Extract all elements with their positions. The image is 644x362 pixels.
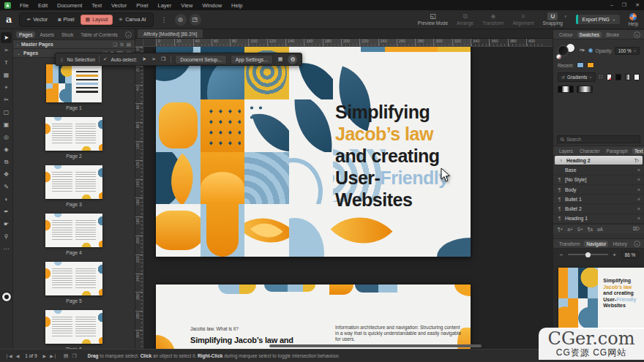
update-paragraph-style-icon[interactable]: ¶a [588,227,593,232]
fill-stroke-color-selector[interactable] [2,293,11,301]
page-thumbnail[interactable]: Page 5 [45,262,102,303]
panel-tab[interactable]: Table of Contents [78,31,121,38]
menu-item[interactable]: Vector [111,2,127,9]
persona-canva-ai[interactable]: ✳ Canva AI [114,15,150,24]
new-character-style-icon[interactable]: a+ [567,227,572,232]
panel-tab[interactable]: Paragraph [604,148,630,154]
snapping-button[interactable]: ∪ Snapping [542,12,562,26]
panel-tab[interactable]: Navigator [584,241,608,247]
page-1-cover[interactable]: Simplifying Jacob’s law and creating Use… [156,47,471,257]
gradient-swatch[interactable] [625,74,631,80]
checkmark-icon[interactable]: ✓ [103,56,107,62]
persona-layout[interactable]: ▦ Layout [80,15,113,25]
navigator-preview[interactable]: Simplifying Jacob’s law and creating Use… [558,268,644,329]
menu-item[interactable]: Layer [158,2,172,9]
text-style-row[interactable]: ¶ Bullet 2 ≡ [553,204,644,214]
picture-frame-rectangle-tool[interactable]: ▣ [1,119,12,130]
expand-arrow-icon[interactable]: › [17,42,18,47]
export-caret-icon[interactable]: ∨ [613,18,615,22]
grid-view-icon[interactable]: ∷ [599,74,603,80]
fill-stroke-wells[interactable] [558,43,577,58]
collapse-arrow-icon[interactable]: ⌄ [17,50,20,56]
panel-tab[interactable]: Swatches [577,31,602,38]
rectangle-tool[interactable]: ▢ [1,107,12,118]
page-thumbnail[interactable]: Page 3 [45,165,102,207]
recent-swatch-blue[interactable] [577,62,584,68]
document-viewport[interactable]: Simplifying Jacob’s law and creating Use… [143,47,553,349]
frame-corners-icon[interactable]: ◳ [190,14,201,26]
zoom-in-button[interactable]: + [612,252,618,258]
recent-swatch-orange[interactable] [587,62,594,68]
page-thumb-preview[interactable] [45,262,102,295]
page-thumb-preview[interactable] [45,310,102,344]
panel-tab[interactable]: Character [577,148,602,154]
minimize-button[interactable]: – [610,2,613,8]
zoom-out-button[interactable]: − [558,252,564,258]
page2-body-text[interactable]: Information architecture and navigation:… [335,325,461,342]
page-thumb-preview[interactable] [45,165,102,199]
zoom-value[interactable]: 86 % [621,251,639,259]
panel-tab[interactable]: History [610,241,629,247]
page-thumbnail[interactable]: Page 1 [46,64,102,110]
panel-menu-icon[interactable]: ▤ [127,42,131,48]
text-style-row[interactable]: ¶ [No Style] ≡ [553,176,644,185]
panel-tab[interactable]: Transform [557,241,582,247]
panel-chevron-icon[interactable]: ⌄ [634,31,640,38]
text-style-row[interactable]: ¶ Bullet 1 ≡ [553,195,644,204]
persona-pixel[interactable]: ◙ Pixel [53,15,78,23]
style-menu-icon[interactable]: ≡ [637,216,640,221]
add-master-icon[interactable]: ❏ [113,42,117,48]
gear-icon[interactable]: ⚙ [288,55,297,64]
document-tab[interactable]: Affinity [Modified] [86.3%] [138,29,203,38]
page-thumbnail[interactable]: Page 2 [45,117,102,159]
alignment-button[interactable]: ≡ Alignment [513,12,534,26]
panel-tab[interactable]: Assets [37,31,57,38]
page2-heading-text[interactable]: Simplifying Jacob’s law and [190,336,293,344]
page2-kicker-text[interactable]: Jacobs law. What is it? [190,326,239,331]
picture-frame-ellipse-tool[interactable]: ◈ [1,144,12,155]
text-style-row[interactable]: › Heading 2 T› [555,156,643,165]
zoom-slider[interactable] [568,254,608,255]
snapping-caret-icon[interactable]: ∨ [564,14,567,18]
help-button[interactable]: ? Help [629,13,638,26]
rings-icon[interactable]: ◎ [175,14,187,26]
frame-text-tool[interactable]: T [1,57,12,68]
preview-mode-button[interactable]: ◱ Preview Mode [418,12,448,26]
page-2[interactable]: Jacobs law. What is it? Simplifying Jaco… [156,284,471,349]
vector-crop-tool[interactable]: ✂ [1,94,12,105]
gradient-preset-1[interactable] [558,86,574,93]
fill-tool[interactable]: ◖ [1,194,12,205]
page-thumb-preview[interactable] [45,117,102,151]
master-pages-section-header[interactable]: › Master Pages ❏⧉▤ [13,40,135,49]
text-style-row[interactable]: ¶ Heading 1 ≡ [553,214,644,224]
document-setup-button[interactable]: Document Setup... [175,55,226,64]
place-image-tool[interactable]: ⧉ [1,157,12,167]
panel-tab[interactable]: Layers [557,148,575,154]
style-menu-icon[interactable]: ≡ [637,206,640,211]
panel-chevron-icon[interactable]: ⌄ [634,241,640,247]
panel-tab[interactable]: Colour [557,31,575,38]
horizontal-scrollbar[interactable] [269,344,482,347]
arrange-button[interactable]: ⧉ Arrange [457,12,473,26]
black-swatch[interactable] [615,74,621,80]
page-thumbnail[interactable]: Page 4 [45,214,102,255]
next-page-button[interactable]: ▶ [43,353,47,358]
page-thumb-preview[interactable] [46,64,102,102]
new-paragraph-style-icon[interactable]: ¶+ [558,227,563,232]
first-page-button[interactable]: ❘◀ [5,353,12,358]
style-menu-icon[interactable]: ≡ [637,177,640,182]
delete-style-icon[interactable]: ⌦ [633,226,640,232]
new-group-style-icon[interactable]: S+ [577,227,583,232]
page-thumbnail[interactable]: Page 6 [45,310,102,349]
maximize-button[interactable]: ❐ [622,2,626,8]
update-character-style-icon[interactable]: aA [597,227,603,232]
menu-item[interactable]: Pixel [136,2,148,9]
layer-select-icon[interactable]: ❐ [160,56,167,63]
text-style-row[interactable]: Base ≡ [553,165,644,175]
panel-tab[interactable]: Stroke [604,31,621,38]
close-button[interactable]: ✕ [635,2,640,8]
move-cursor-icon[interactable]: ➤ [141,56,148,63]
drag-grip-icon[interactable]: ⣿ [60,57,63,62]
node-tool[interactable]: ➢ [1,45,12,56]
menu-item[interactable]: View [181,2,192,9]
